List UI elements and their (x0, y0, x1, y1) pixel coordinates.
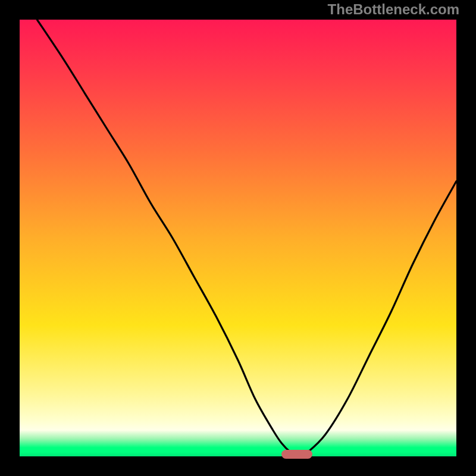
watermark-text: TheBottleneck.com (328, 1, 459, 18)
chart-frame: TheBottleneck.com (0, 0, 476, 476)
optimal-marker (281, 450, 312, 459)
bottleneck-curve (20, 20, 456, 456)
plot-area (20, 20, 456, 456)
